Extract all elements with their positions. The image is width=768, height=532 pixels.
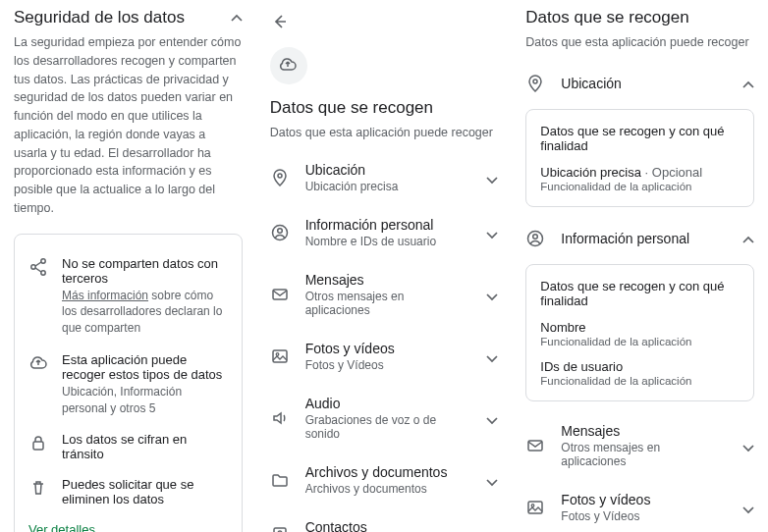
location-detail: Datos que se recogen y con qué finalidad…	[525, 109, 754, 207]
noshare-sub: Más información sobre cómo los desarroll…	[62, 288, 228, 337]
collected-detail-title: Datos que se recogen	[525, 8, 754, 27]
chevron-up-icon	[739, 231, 754, 246]
photo-icon	[270, 346, 290, 366]
chevron-down-icon	[482, 287, 498, 302]
chevron-down-icon	[482, 348, 498, 364]
location-icon	[270, 168, 290, 187]
category-location[interactable]: Ubicación	[525, 62, 754, 105]
collect-sub: Ubicación, Información personal y otros …	[62, 384, 228, 417]
category-contacts[interactable]: ContactosContactos	[270, 507, 499, 532]
see-details-link[interactable]: Ver detalles	[28, 514, 228, 532]
chevron-down-icon	[739, 500, 754, 515]
chevron-down-icon	[482, 410, 498, 426]
location-icon	[525, 74, 545, 93]
category-person[interactable]: Información personalNombre e IDs de usua…	[270, 205, 499, 260]
collected-subtitle: Datos que esta aplicación puede recoger	[270, 124, 499, 142]
chevron-down-icon	[482, 170, 498, 186]
cloud-up-icon	[270, 47, 307, 84]
collected-list: UbicaciónUbicación precisaInformación pe…	[270, 150, 499, 532]
data-safety-title: Seguridad de los datos	[14, 8, 185, 27]
cloud-up-icon	[28, 352, 48, 417]
card-row-noshare: No se comparten datos con terceros Más i…	[28, 248, 228, 345]
mail-icon	[270, 285, 290, 304]
panel-data-safety: Seguridad de los datos La seguridad empi…	[0, 0, 256, 532]
audio-icon	[270, 408, 290, 428]
panel-data-collected: Datos que se recogen Datos que esta apli…	[256, 0, 513, 532]
noshare-text: No se comparten datos con terceros	[62, 256, 228, 286]
category-mail[interactable]: MensajesOtros mensajes en aplicaciones	[270, 260, 499, 329]
encrypt-text: Los datos se cifran en tránsito	[62, 432, 228, 461]
category-photos-videos[interactable]: Fotos y vídeos Fotos y Vídeos	[525, 480, 754, 532]
lock-icon	[28, 432, 48, 461]
collected-title: Datos que se recogen	[270, 98, 499, 118]
share-icon	[28, 256, 48, 337]
personal-info-detail: Datos que se recogen y con qué finalidad…	[525, 264, 754, 401]
collected-detail-subtitle: Datos que esta aplicación puede recoger	[525, 33, 754, 52]
delete-text: Puedes solicitar que se eliminen los dat…	[62, 477, 228, 506]
category-location[interactable]: UbicaciónUbicación precisa	[270, 150, 499, 205]
chevron-down-icon	[482, 527, 498, 532]
category-personal-info[interactable]: Información personal	[525, 217, 754, 260]
chevron-down-icon	[482, 225, 498, 240]
person-icon	[525, 229, 545, 248]
back-button[interactable]	[270, 8, 499, 41]
chevron-up-icon	[739, 76, 754, 91]
mail-icon	[525, 436, 545, 455]
data-safety-card: No se comparten datos con terceros Más i…	[14, 234, 243, 533]
card-row-encrypt: Los datos se cifran en tránsito	[28, 424, 228, 469]
chevron-up-icon	[227, 9, 243, 27]
category-messages[interactable]: Mensajes Otros mensajes en aplicaciones	[525, 411, 754, 480]
data-safety-intro: La seguridad empieza por entender cómo l…	[14, 33, 243, 218]
card-row-delete: Puedes solicitar que se eliminen los dat…	[28, 469, 228, 514]
collect-text: Esta aplicación puede recoger estos tipo…	[62, 352, 228, 382]
photo-icon	[525, 498, 545, 517]
chevron-down-icon	[482, 472, 498, 488]
contacts-icon	[270, 525, 290, 532]
category-photo[interactable]: Fotos y vídeosFotos y Vídeos	[270, 329, 499, 384]
chevron-down-icon	[739, 438, 754, 453]
category-folder[interactable]: Archivos y documentosArchivos y document…	[270, 452, 499, 507]
category-audio[interactable]: AudioGrabaciones de voz o de sonido	[270, 384, 499, 452]
panel-data-collected-detail: Datos que se recogen Datos que esta apli…	[512, 0, 768, 532]
person-icon	[270, 223, 290, 242]
data-safety-heading[interactable]: Seguridad de los datos	[14, 8, 243, 27]
noshare-more-link[interactable]: Más información	[62, 289, 148, 302]
card-row-collect: Esta aplicación puede recoger estos tipo…	[28, 345, 228, 425]
trash-icon	[28, 477, 48, 506]
folder-icon	[270, 470, 290, 490]
